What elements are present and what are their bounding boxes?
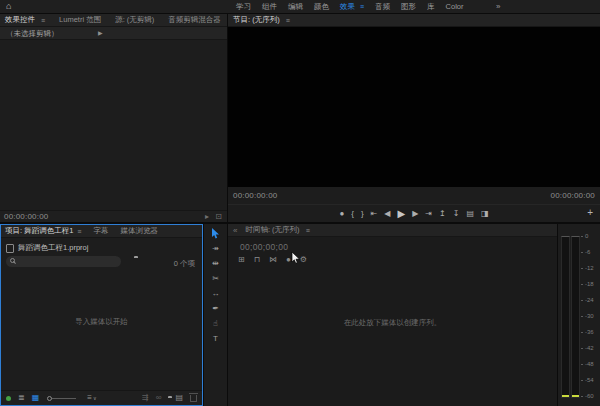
breadcrumb[interactable]: 舞蹈调色工程1.prproj <box>6 242 88 254</box>
zoom-slider-handle[interactable] <box>47 396 52 401</box>
workspace-tab-9[interactable]: Color <box>446 2 464 11</box>
db-label: -42 <box>585 345 594 351</box>
track-select-forward-tool[interactable]: ↠ <box>209 243 222 253</box>
play-only-icon[interactable]: ▸ <box>205 212 209 221</box>
no-clip-selected-row: （未选择剪辑） ▶ <box>0 27 227 40</box>
mouse-cursor <box>291 250 300 268</box>
lift-icon[interactable]: ↥ <box>439 209 446 219</box>
workspace-tab-1[interactable]: 学习 <box>236 2 251 12</box>
razor-tool[interactable]: ✂ <box>209 273 222 283</box>
db-label: -60 <box>585 393 594 399</box>
db-label: -36 <box>585 329 594 335</box>
effect-controls-tab-2[interactable]: Lumetri 范围 <box>59 14 101 26</box>
mark-out-icon[interactable]: } <box>361 209 364 219</box>
export-frame-icon[interactable]: ▤ <box>466 209 474 219</box>
audio-meter-right-channel <box>571 236 580 398</box>
premiere-app-window: { "topbar": { "home_icon": "⌂", "workspa… <box>0 0 600 406</box>
tab-program[interactable]: 节目: (无序列) <box>233 14 280 26</box>
effect-controls-timecode[interactable]: 00:00:00:00 <box>4 212 48 221</box>
view-toggle-icon[interactable]: ⊡ <box>215 212 222 221</box>
ripple-edit-tool[interactable]: ⇹ <box>209 258 222 268</box>
workspace-tab-5[interactable]: 效果 <box>340 2 355 12</box>
workspace-overflow-icon[interactable]: » <box>496 0 500 13</box>
effect-controls-panel: 效果控件≡Lumetri 范围源: (无剪辑)音频剪辑混合器 （未选择剪辑） ▶… <box>0 14 227 222</box>
project-writable-indicator[interactable] <box>6 396 11 401</box>
pen-tool[interactable]: ✒ <box>209 303 222 313</box>
zoom-slider[interactable] <box>50 398 76 399</box>
db-label: -30 <box>585 313 594 319</box>
icon-view-icon[interactable]: ▦ <box>32 393 40 403</box>
workspace-tab-2[interactable]: 组件 <box>262 2 277 12</box>
effect-controls-tabbar: 效果控件≡Lumetri 范围源: (无剪辑)音频剪辑混合器 <box>0 14 227 27</box>
workspace-tab-8[interactable]: 库 <box>427 2 435 12</box>
effect-controls-tab-1[interactable]: 效果控件 <box>5 14 35 27</box>
project-tab-3[interactable]: 媒体浏览器 <box>120 225 158 237</box>
workspace-tab-7[interactable]: 图形 <box>401 2 416 12</box>
program-monitor-panel: 节目: (无序列) ≡ 00:00:00:00 00:00:00:00 ●{}⇤… <box>228 14 600 222</box>
item-count: 0 个项 <box>174 259 195 269</box>
audio-meter-left-channel <box>561 236 570 398</box>
new-item-icon[interactable]: ▤ <box>175 393 183 403</box>
workspace-menu-icon[interactable]: ≡ <box>360 3 364 10</box>
workspace-tab-4[interactable]: 颜色 <box>314 2 329 12</box>
db-label: -54 <box>585 377 594 383</box>
workspace-tabs: 学习组件编辑颜色效果≡音频图形库Color <box>236 0 464 13</box>
current-timecode[interactable]: 00:00:00:00 <box>233 191 277 200</box>
panel-menu-icon[interactable]: ≡ <box>306 227 310 234</box>
hand-tool[interactable]: ☝ <box>209 318 222 328</box>
timeline-panel: « 时间轴: (无序列) ≡ 00;00;00;00 ⊞⊓⋈●⚙ 在此处放下媒体… <box>228 224 557 406</box>
workspace-tab-3[interactable]: 编辑 <box>288 2 303 12</box>
tab-timeline[interactable]: 时间轴: (无序列) <box>245 224 299 236</box>
step-back-icon[interactable]: ◀ <box>384 209 390 219</box>
project-panel-tabbar: 项目: 舞蹈调色工程1≡字幕媒体浏览器 <box>1 225 202 238</box>
search-input[interactable] <box>6 256 121 267</box>
effect-controls-tab-4[interactable]: 音频剪辑混合器 <box>168 14 221 26</box>
step-forward-icon[interactable]: ▶ <box>412 209 418 219</box>
tools-panel: ↠⇹✂↔✒☝T <box>204 224 227 406</box>
sort-icons-button[interactable]: ≡ ∨ <box>87 393 96 403</box>
add-marker-icon[interactable]: ● <box>339 209 344 219</box>
db-label: -12 <box>585 265 594 271</box>
list-view-icon[interactable]: ≣ <box>18 393 25 403</box>
linked-selection-icon[interactable]: ⋈ <box>269 255 277 265</box>
project-bottom-toolbar: ≣ ▦ ≡ ∨ ⇶ ∞ ▤ <box>1 390 202 405</box>
project-panel: 项目: 舞蹈调色工程1≡字幕媒体浏览器 舞蹈调色工程1.prproj 0 个项 … <box>0 224 203 406</box>
comparison-view-icon[interactable]: ◨ <box>481 209 489 219</box>
chevron-down-icon: ∨ <box>93 395 97 401</box>
meter-tick-marks <box>581 236 583 397</box>
transport-controls: ●{}⇤◀▶▶⇥↥↧▤◨ <box>228 204 600 222</box>
project-file-name[interactable]: 舞蹈调色工程1.prproj <box>18 243 88 253</box>
insert-nest-sequence-icon[interactable]: ⊞ <box>238 255 245 265</box>
find-icon[interactable]: ∞ <box>156 393 162 403</box>
program-monitor-tabbar: 节目: (无序列) ≡ <box>228 14 600 27</box>
panel-menu-icon[interactable]: ≡ <box>286 17 290 24</box>
slip-tool[interactable]: ↔ <box>209 288 222 298</box>
effect-controls-tab-3[interactable]: 源: (无剪辑) <box>115 14 154 26</box>
trash-icon[interactable] <box>190 395 197 402</box>
selection-tool[interactable] <box>209 228 222 238</box>
go-to-in-icon[interactable]: ⇤ <box>371 209 378 219</box>
workspace-tab-6[interactable]: 音频 <box>375 2 390 12</box>
program-video-display[interactable] <box>228 27 600 187</box>
timeline-timecode[interactable]: 00;00;00;00 <box>240 242 288 252</box>
db-label: -6 <box>585 249 590 255</box>
project-tab-1[interactable]: 项目: 舞蹈调色工程1 <box>5 225 73 238</box>
snap-icon[interactable]: ⊓ <box>254 255 260 265</box>
go-to-out-icon[interactable]: ⇥ <box>425 209 432 219</box>
program-timecode-row: 00:00:00:00 00:00:00:00 <box>228 189 600 203</box>
play-icon[interactable]: ▶ <box>397 209 405 219</box>
extract-icon[interactable]: ↧ <box>453 209 460 219</box>
type-tool[interactable]: T <box>209 333 222 343</box>
mark-in-icon[interactable]: { <box>351 209 354 219</box>
timeline-settings-icon[interactable]: ⚙ <box>300 255 307 265</box>
panel-menu-icon[interactable]: ≡ <box>77 228 81 235</box>
button-editor-plus-icon[interactable]: + <box>587 207 593 219</box>
home-icon[interactable]: ⌂ <box>6 0 11 13</box>
expand-arrow-icon[interactable]: ▶ <box>98 29 103 36</box>
project-search-row: 0 个项 <box>1 256 202 269</box>
project-tab-2[interactable]: 字幕 <box>93 225 108 237</box>
panel-menu-icon[interactable]: ≡ <box>41 17 45 24</box>
automate-to-sequence-icon[interactable]: ⇶ <box>142 393 149 403</box>
chevron-left-icon[interactable]: « <box>233 226 237 235</box>
timeline-empty-hint[interactable]: 在此处放下媒体以创建序列。 <box>228 318 557 328</box>
